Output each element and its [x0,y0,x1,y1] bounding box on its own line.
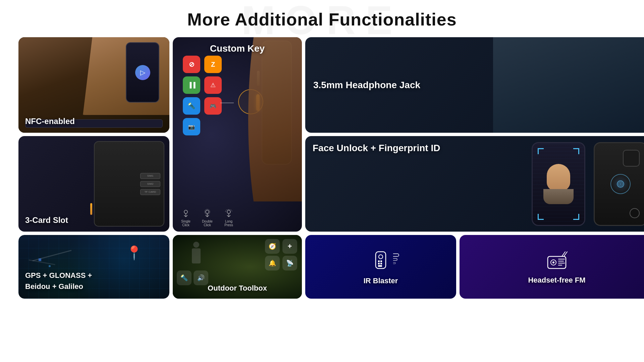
ck-icon-4: ⚠ [204,76,222,94]
ir-label: IR Blaster [364,277,398,285]
svg-point-18 [379,255,383,259]
ck-bottom-labels: Single Click Double Click [177,208,297,227]
three-card-slot-card: SIM1 SIM2 TF CARD 3-Card Slot [18,136,169,232]
ir-wave-2 [393,258,397,261]
sc-gold-band [90,203,92,215]
ot-icon-plus: + [282,239,297,254]
ot-icon-compass: 🧭 [265,239,280,254]
nfc-phone-icon: ▷ [135,65,150,80]
gps-dot-1 [39,258,41,261]
single-click-item: Single Click [177,208,194,227]
fu-corner-tl [538,148,544,154]
headphone-label: 3.5mm Headphone Jack [313,80,420,90]
page-title-area: MORE More Additional Functionalities [0,0,644,36]
custom-key-title-container: Custom Key [210,43,265,54]
svg-point-16 [620,183,621,184]
custom-key-bg: Custom Key ⊘ Z ▐▐ ⚠ 🔦 🎮 📷 [173,37,302,232]
face-unlock-card: Face Unlock + Fingerprint ID [305,136,644,232]
features-grid: ▷ NFC-enabled Custom Key ⊘ Z ▐▐ ⚠ 🔦 🎮 📷 [0,37,644,299]
fingerprint-circle [610,174,631,194]
connector-line [220,103,234,103]
ck-icon-2: Z [204,56,222,73]
single-click-icon [181,208,191,219]
fm-radio-icon [545,249,569,273]
fu-corner-bl [538,214,544,220]
nfc-phone-display: ▷ [126,42,159,103]
svg-rect-20 [380,260,382,262]
ot-icon-flashlight: 🔦 [177,270,192,285]
slot-tf: TF CARD [140,189,160,195]
ir-wave-1 [393,253,399,257]
ir-icon-area [369,248,392,273]
ir-blaster-card: IR Blaster [305,235,456,299]
ir-signals [393,253,399,264]
ck-icon-3: ▐▐ [183,76,200,94]
ck-icon-6: 🎮 [204,97,222,115]
fingerprint-icon [616,179,625,189]
ot-icons-bottom-left: 🔦 🔊 [177,270,208,285]
svg-point-0 [184,210,187,214]
long-press-item: Long Press [220,208,237,227]
fu-face-head [547,164,570,191]
outdoor-toolbox-card: 🧭 + 🔔 📡 🔦 🔊 Outdoor Toolbox [173,235,302,299]
ir-bg: IR Blaster [305,235,456,299]
custom-key-card: Custom Key ⊘ Z ▐▐ ⚠ 🔦 🎮 📷 [173,37,302,232]
sc-label-container: 3-Card Slot [25,216,68,225]
fm-label: Headset-free FM [528,276,585,285]
ot-label-container: Outdoor Toolbox [208,284,267,293]
sc-label: 3-Card Slot [25,216,68,225]
ck-icon-1: ⊘ [183,56,200,73]
slot-1: SIM1 [140,173,160,179]
headphone-card: 3.5mm Headphone Jack [305,37,644,133]
custom-key-icons: ⊘ Z ▐▐ ⚠ 🔦 🎮 📷 [183,56,222,135]
fm-card: Headset-free FM [460,235,644,299]
face-unlock-bg: Face Unlock + Fingerprint ID [305,136,644,232]
double-click-item: Double Click [199,208,216,227]
svg-rect-22 [380,263,382,264]
headphone-bg: 3.5mm Headphone Jack [305,37,644,133]
nfc-card: ▷ NFC-enabled [18,37,169,133]
ot-label: Outdoor Toolbox [208,284,267,292]
fu-side-btn [630,208,640,218]
svg-rect-21 [378,263,380,264]
slot-2: SIM2 [140,181,160,187]
fu-corner-tr [573,148,579,154]
svg-point-9 [227,210,230,214]
ir-wave-3 [393,262,396,264]
sc-phone-sim: SIM1 SIM2 TF CARD [94,141,164,227]
ck-hand-sim [235,37,302,201]
fu-phone-front [532,142,585,226]
ot-icon-alert-bell: 🔔 [265,256,280,270]
gps-dot-2 [49,265,51,267]
headphone-label-container: 3.5mm Headphone Jack [313,80,420,90]
long-press-label: Long Press [220,220,237,227]
long-press-icon [224,208,234,219]
gps-label-container: GPS + GLONASS +Beidou + Galileo [25,270,92,292]
page-title: More Additional Functionalities [0,9,644,29]
sc-bg: SIM1 SIM2 TF CARD 3-Card Slot [18,136,169,232]
fm-bg: Headset-free FM [460,235,644,299]
double-click-label: Double Click [199,220,216,227]
ck-icon-7: 📷 [183,118,200,135]
face-unlock-label-container: Face Unlock + Fingerprint ID [313,143,440,154]
ot-hiker-sim [186,242,206,272]
gps-pin-icon: 📍 [126,245,143,261]
face-unlock-label: Face Unlock + Fingerprint ID [313,143,440,153]
fu-face-body [543,189,574,204]
ot-bg: 🧭 + 🔔 📡 🔦 🔊 Outdoor Toolbox [173,235,302,299]
ck-icon-5: 🔦 [183,97,200,115]
gps-label: GPS + GLONASS +Beidou + Galileo [25,271,92,291]
fu-face-sim [543,164,574,204]
jack-area [586,132,644,133]
custom-key-title: Custom Key [210,43,265,54]
svg-rect-19 [378,260,380,262]
single-click-label: Single Click [177,220,194,227]
svg-point-4 [206,210,209,214]
gps-bg: 📍 GPS + GLONASS +Beidou + Galileo [18,235,169,299]
ot-icon-signal: 📡 [282,256,297,270]
nfc-label-container: NFC-enabled [25,117,75,126]
headphone-device-sim [493,37,644,133]
fu-corner-br [573,214,579,220]
fu-phone-back [594,142,644,226]
nfc-bg: ▷ NFC-enabled [18,37,169,133]
